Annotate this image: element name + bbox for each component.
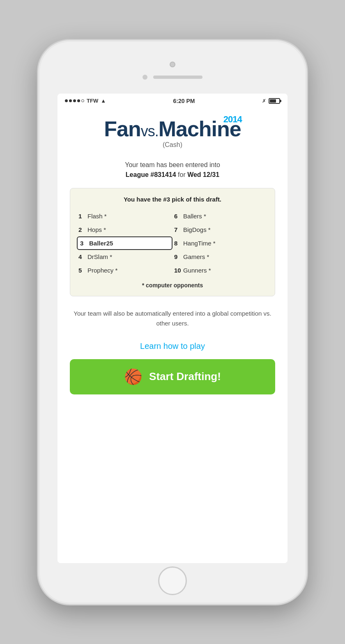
team-row: 1 Flash * [77, 209, 172, 223]
team-name: HangTime * [183, 240, 216, 247]
computer-note: * computer opponents [77, 282, 268, 289]
signal-dot-2 [69, 99, 72, 102]
wifi-icon: ▲ [101, 98, 106, 104]
status-bar: TFW ▲ 6:20 PM ✗ [58, 94, 288, 108]
team-num: 10 [174, 267, 183, 274]
clock: 6:20 PM [173, 98, 195, 104]
home-button[interactable] [158, 566, 187, 595]
logo-subtitle: (Cash) [104, 141, 241, 149]
logo-vs: vs. [141, 123, 159, 140]
teams-grid: 1 Flash * 2 Hops * 3 Baller25 4 [77, 209, 268, 277]
team-num: 5 [78, 267, 87, 274]
speaker-bar [153, 76, 202, 79]
carrier-label: TFW [87, 98, 98, 104]
team-row: 6 Ballers * [172, 209, 268, 223]
logo-area: Fanvs.Machine2014 (Cash) [104, 118, 241, 149]
team-name: Gamers * [183, 253, 209, 260]
bluetooth-icon: ✗ [262, 98, 266, 104]
signal-dot-1 [65, 99, 68, 102]
entry-for: for [176, 171, 188, 178]
phone-camera [170, 62, 175, 67]
team-row: 7 BigDogs * [172, 223, 268, 236]
status-left: TFW ▲ [65, 98, 106, 104]
teams-right-col: 6 Ballers * 7 BigDogs * 8 HangTime * 9 [172, 209, 268, 277]
logo-year: 2014 [223, 115, 242, 124]
basketball-icon: 🏀 [124, 368, 143, 385]
sensor-dot [143, 75, 147, 80]
start-drafting-button[interactable]: 🏀 Start Drafting! [70, 359, 275, 394]
team-row: 5 Prophecy * [77, 264, 172, 277]
team-num: 6 [174, 213, 183, 220]
team-row-highlighted: 3 Baller25 [77, 236, 172, 250]
team-num: 9 [174, 253, 183, 260]
logo-fan: Fan [104, 117, 140, 141]
entry-date: Wed 12/31 [187, 171, 219, 178]
team-name: Flash * [87, 213, 107, 220]
team-name: Ballers * [183, 213, 206, 220]
team-row: 8 HangTime * [172, 236, 268, 250]
teams-left-col: 1 Flash * 2 Hops * 3 Baller25 4 [77, 209, 172, 277]
signal-dot-3 [73, 99, 76, 102]
global-text: Your team will also be automatically ent… [70, 309, 275, 328]
phone-sensors [143, 75, 202, 80]
team-row: 4 DrSlam * [77, 250, 172, 264]
entry-text: Your team has been entered into League #… [125, 160, 220, 180]
team-num: 4 [78, 253, 87, 260]
team-name: Hops * [87, 226, 106, 233]
draft-box: You have the #3 pick of this draft. 1 Fl… [70, 188, 275, 296]
team-num: 2 [78, 226, 87, 233]
team-row: 10 Gunners * [172, 264, 268, 277]
app-content: Fanvs.Machine2014 (Cash) Your team has b… [58, 108, 288, 563]
battery-icon [269, 98, 280, 104]
signal-dot-5 [81, 99, 84, 102]
team-num: 8 [174, 240, 183, 247]
phone-frame: TFW ▲ 6:20 PM ✗ Fanvs.Machine2014 (Cash) [37, 39, 308, 605]
league-number: League #831414 [126, 171, 176, 178]
team-row: 2 Hops * [77, 223, 172, 236]
learn-how-to-play-link[interactable]: Learn how to play [140, 341, 205, 351]
phone-screen: TFW ▲ 6:20 PM ✗ Fanvs.Machine2014 (Cash) [58, 94, 288, 563]
team-num: 1 [78, 213, 87, 220]
start-drafting-label: Start Drafting! [149, 370, 221, 383]
draft-pick-header: You have the #3 pick of this draft. [77, 196, 268, 203]
entry-line1: Your team has been entered into [125, 161, 220, 168]
team-name-user: Baller25 [89, 240, 113, 247]
signal-dot-4 [77, 99, 80, 102]
team-name: Gunners * [183, 267, 211, 274]
team-name: DrSlam * [87, 253, 112, 260]
status-right: ✗ [262, 98, 280, 104]
team-row: 9 Gamers * [172, 250, 268, 264]
signal-dots [65, 99, 84, 102]
logo-main: Fanvs.Machine2014 [104, 118, 241, 140]
team-num: 7 [174, 226, 183, 233]
team-name: Prophecy * [87, 267, 117, 274]
team-num: 3 [80, 240, 89, 247]
team-name: BigDogs * [183, 226, 211, 233]
battery-fill [270, 99, 276, 103]
